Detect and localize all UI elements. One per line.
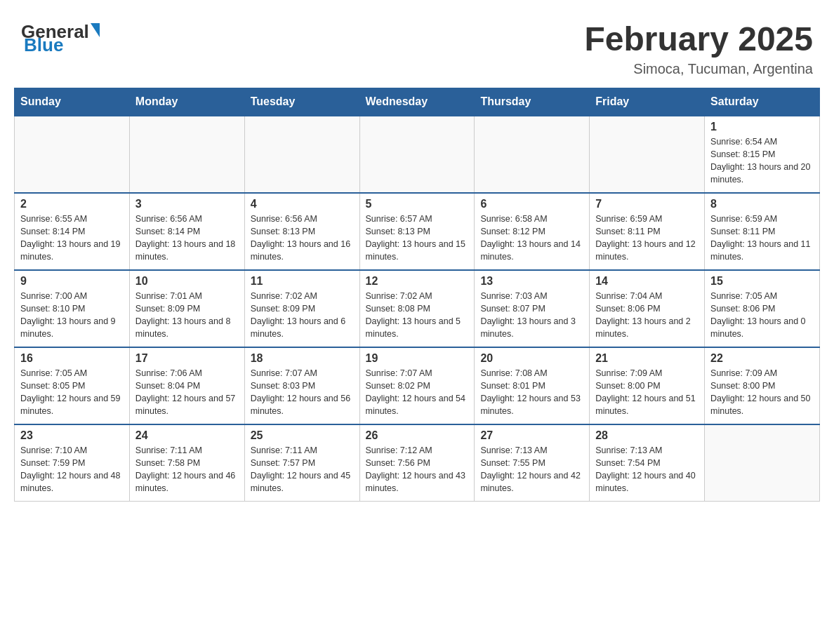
day-info: Sunrise: 6:56 AMSunset: 8:14 PMDaylight:… — [135, 213, 239, 264]
day-number: 17 — [135, 352, 239, 365]
day-info: Sunrise: 7:06 AMSunset: 8:04 PMDaylight:… — [135, 367, 239, 418]
day-cell: 1Sunrise: 6:54 AMSunset: 8:15 PMDaylight… — [705, 116, 820, 193]
title-section: February 2025 Simoca, Tucuman, Argentina — [584, 21, 813, 77]
day-number: 11 — [251, 275, 354, 288]
day-number: 4 — [251, 198, 354, 210]
day-info: Sunrise: 6:56 AMSunset: 8:13 PMDaylight:… — [251, 213, 354, 264]
week-row-3: 9Sunrise: 7:00 AMSunset: 8:10 PMDaylight… — [15, 270, 820, 347]
day-number: 20 — [480, 352, 583, 365]
day-cell — [590, 116, 705, 193]
day-cell: 3Sunrise: 6:56 AMSunset: 8:14 PMDaylight… — [129, 193, 244, 270]
day-cell: 23Sunrise: 7:10 AMSunset: 7:59 PMDayligh… — [15, 424, 130, 502]
day-number: 27 — [480, 429, 583, 442]
day-info: Sunrise: 7:12 AMSunset: 7:56 PMDaylight:… — [366, 444, 469, 495]
day-cell: 10Sunrise: 7:01 AMSunset: 8:09 PMDayligh… — [129, 270, 244, 347]
day-cell: 17Sunrise: 7:06 AMSunset: 8:04 PMDayligh… — [129, 347, 244, 424]
day-number: 5 — [366, 198, 469, 210]
week-row-4: 16Sunrise: 7:05 AMSunset: 8:05 PMDayligh… — [15, 347, 820, 424]
day-cell: 9Sunrise: 7:00 AMSunset: 8:10 PMDaylight… — [15, 270, 130, 347]
day-cell: 22Sunrise: 7:09 AMSunset: 8:00 PMDayligh… — [705, 347, 820, 424]
day-cell: 6Sunrise: 6:58 AMSunset: 8:12 PMDaylight… — [475, 193, 590, 270]
day-number: 22 — [710, 352, 814, 365]
header-day-monday: Monday — [129, 88, 244, 116]
day-info: Sunrise: 7:08 AMSunset: 8:01 PMDaylight:… — [480, 367, 583, 418]
day-number: 15 — [710, 275, 814, 288]
day-info: Sunrise: 7:09 AMSunset: 8:00 PMDaylight:… — [710, 367, 814, 418]
day-info: Sunrise: 6:58 AMSunset: 8:12 PMDaylight:… — [480, 213, 583, 264]
month-title: February 2025 — [584, 21, 813, 58]
day-cell: 18Sunrise: 7:07 AMSunset: 8:03 PMDayligh… — [244, 347, 359, 424]
day-cell: 12Sunrise: 7:02 AMSunset: 8:08 PMDayligh… — [359, 270, 475, 347]
header-row: SundayMondayTuesdayWednesdayThursdayFrid… — [15, 88, 820, 116]
day-info: Sunrise: 6:54 AMSunset: 8:15 PMDaylight:… — [710, 135, 814, 187]
day-info: Sunrise: 7:01 AMSunset: 8:09 PMDaylight:… — [135, 290, 239, 341]
day-info: Sunrise: 6:55 AMSunset: 8:14 PMDaylight:… — [20, 213, 124, 264]
day-number: 9 — [20, 275, 124, 288]
day-number: 23 — [20, 429, 124, 442]
day-number: 3 — [135, 198, 239, 210]
header-day-saturday: Saturday — [705, 88, 820, 116]
day-cell: 4Sunrise: 6:56 AMSunset: 8:13 PMDaylight… — [244, 193, 359, 270]
day-number: 16 — [20, 352, 124, 365]
day-info: Sunrise: 6:57 AMSunset: 8:13 PMDaylight:… — [366, 213, 469, 264]
day-number: 18 — [251, 352, 354, 365]
day-number: 28 — [595, 429, 699, 442]
day-cell — [359, 116, 475, 193]
day-cell — [475, 116, 590, 193]
day-number: 2 — [20, 198, 124, 210]
logo-triangle-icon — [91, 23, 100, 37]
day-number: 26 — [366, 429, 469, 442]
day-info: Sunrise: 7:07 AMSunset: 8:02 PMDaylight:… — [366, 367, 469, 418]
calendar-table: SundayMondayTuesdayWednesdayThursdayFrid… — [14, 88, 820, 502]
day-cell: 27Sunrise: 7:13 AMSunset: 7:55 PMDayligh… — [475, 424, 590, 502]
calendar-header: SundayMondayTuesdayWednesdayThursdayFrid… — [15, 88, 820, 116]
day-cell: 14Sunrise: 7:04 AMSunset: 8:06 PMDayligh… — [590, 270, 705, 347]
day-cell: 21Sunrise: 7:09 AMSunset: 8:00 PMDayligh… — [590, 347, 705, 424]
location: Simoca, Tucuman, Argentina — [584, 61, 813, 77]
week-row-2: 2Sunrise: 6:55 AMSunset: 8:14 PMDaylight… — [15, 193, 820, 270]
day-info: Sunrise: 7:13 AMSunset: 7:54 PMDaylight:… — [595, 444, 699, 495]
day-info: Sunrise: 7:13 AMSunset: 7:55 PMDaylight:… — [480, 444, 583, 495]
header-day-sunday: Sunday — [15, 88, 130, 116]
day-info: Sunrise: 7:02 AMSunset: 8:08 PMDaylight:… — [366, 290, 469, 341]
day-cell: 5Sunrise: 6:57 AMSunset: 8:13 PMDaylight… — [359, 193, 475, 270]
day-cell: 15Sunrise: 7:05 AMSunset: 8:06 PMDayligh… — [705, 270, 820, 347]
logo: General Blue — [21, 21, 100, 56]
day-number: 21 — [595, 352, 699, 365]
day-cell — [129, 116, 244, 193]
day-number: 6 — [480, 198, 583, 210]
day-cell — [15, 116, 130, 193]
week-row-1: 1Sunrise: 6:54 AMSunset: 8:15 PMDaylight… — [15, 116, 820, 193]
day-cell: 2Sunrise: 6:55 AMSunset: 8:14 PMDaylight… — [15, 193, 130, 270]
calendar-body: 1Sunrise: 6:54 AMSunset: 8:15 PMDaylight… — [15, 116, 820, 502]
day-info: Sunrise: 7:11 AMSunset: 7:57 PMDaylight:… — [251, 444, 354, 495]
day-info: Sunrise: 7:02 AMSunset: 8:09 PMDaylight:… — [251, 290, 354, 341]
day-number: 12 — [366, 275, 469, 288]
day-cell: 25Sunrise: 7:11 AMSunset: 7:57 PMDayligh… — [244, 424, 359, 502]
day-number: 7 — [595, 198, 699, 210]
day-number: 10 — [135, 275, 239, 288]
day-number: 24 — [135, 429, 239, 442]
day-cell: 19Sunrise: 7:07 AMSunset: 8:02 PMDayligh… — [359, 347, 475, 424]
day-info: Sunrise: 7:00 AMSunset: 8:10 PMDaylight:… — [20, 290, 124, 341]
day-cell: 20Sunrise: 7:08 AMSunset: 8:01 PMDayligh… — [475, 347, 590, 424]
day-info: Sunrise: 7:11 AMSunset: 7:58 PMDaylight:… — [135, 444, 239, 495]
header-day-tuesday: Tuesday — [244, 88, 359, 116]
header-day-friday: Friday — [590, 88, 705, 116]
day-number: 14 — [595, 275, 699, 288]
day-cell: 13Sunrise: 7:03 AMSunset: 8:07 PMDayligh… — [475, 270, 590, 347]
day-cell: 26Sunrise: 7:12 AMSunset: 7:56 PMDayligh… — [359, 424, 475, 502]
day-cell: 16Sunrise: 7:05 AMSunset: 8:05 PMDayligh… — [15, 347, 130, 424]
header-day-thursday: Thursday — [475, 88, 590, 116]
day-cell: 11Sunrise: 7:02 AMSunset: 8:09 PMDayligh… — [244, 270, 359, 347]
day-info: Sunrise: 6:59 AMSunset: 8:11 PMDaylight:… — [595, 213, 699, 264]
day-number: 25 — [251, 429, 354, 442]
logo-blue: Blue — [24, 34, 63, 56]
day-info: Sunrise: 7:10 AMSunset: 7:59 PMDaylight:… — [20, 444, 124, 495]
day-number: 19 — [366, 352, 469, 365]
day-info: Sunrise: 7:09 AMSunset: 8:00 PMDaylight:… — [595, 367, 699, 418]
day-info: Sunrise: 7:07 AMSunset: 8:03 PMDaylight:… — [251, 367, 354, 418]
day-cell — [705, 424, 820, 502]
day-info: Sunrise: 7:05 AMSunset: 8:06 PMDaylight:… — [710, 290, 814, 341]
day-info: Sunrise: 7:05 AMSunset: 8:05 PMDaylight:… — [20, 367, 124, 418]
